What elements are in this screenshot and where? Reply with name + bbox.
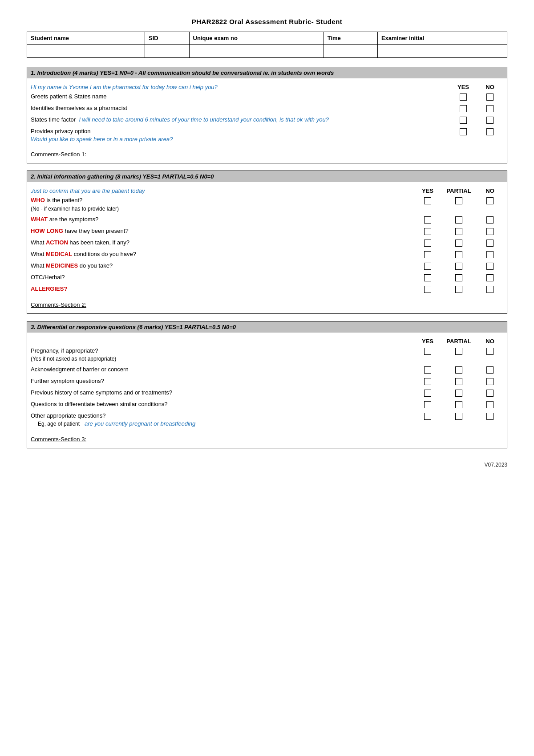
checkbox-s3-pregnancy-yes[interactable]: [424, 348, 431, 355]
section2-medical-no[interactable]: [477, 250, 503, 258]
checkbox-s1-privacy-yes[interactable]: [460, 128, 467, 135]
examiner-initial-value[interactable]: [377, 45, 507, 58]
checkbox-s3-further-yes[interactable]: [424, 378, 431, 385]
student-name-value[interactable]: [27, 45, 145, 58]
section2-what-partial[interactable]: [441, 215, 477, 224]
section2-medicines-partial[interactable]: [441, 262, 477, 270]
checkbox-s2-medical-partial[interactable]: [455, 251, 462, 258]
section3-differentiate-yes[interactable]: [414, 400, 441, 408]
checkbox-s2-howlong-yes[interactable]: [424, 228, 431, 235]
checkbox-s1-time-no[interactable]: [486, 117, 494, 124]
checkbox-s2-medicines-no[interactable]: [486, 263, 494, 270]
section3-differentiate-partial[interactable]: [441, 400, 477, 408]
section1-row-identifies-yes[interactable]: [450, 104, 477, 112]
section3-other-partial[interactable]: [441, 412, 477, 420]
checkbox-s2-medical-yes[interactable]: [424, 251, 431, 258]
section3-history-partial[interactable]: [441, 389, 477, 397]
time-value[interactable]: [324, 45, 377, 58]
checkbox-s3-history-no[interactable]: [486, 390, 494, 397]
checkbox-s2-medicines-yes[interactable]: [424, 263, 431, 270]
checkbox-s2-action-partial[interactable]: [455, 240, 462, 247]
section2-who-no[interactable]: [477, 196, 503, 204]
checkbox-s1-identifies-yes[interactable]: [460, 105, 467, 112]
section2-who-partial[interactable]: [441, 196, 477, 204]
section3-acknowledgment-no[interactable]: [477, 366, 503, 374]
checkbox-s2-action-yes[interactable]: [424, 240, 431, 247]
section2-what-no[interactable]: [477, 215, 503, 224]
section2-who-yes[interactable]: [414, 196, 441, 204]
section1-row-time-no[interactable]: [477, 116, 503, 124]
checkbox-s2-otc-partial[interactable]: [455, 274, 462, 281]
checkbox-s3-ack-no[interactable]: [486, 366, 494, 374]
checkbox-s2-what-yes[interactable]: [424, 216, 431, 224]
checkbox-s2-otc-yes[interactable]: [424, 274, 431, 281]
checkbox-s3-further-partial[interactable]: [455, 378, 462, 385]
section1-row-privacy-yes[interactable]: [450, 127, 477, 135]
section2-what-yes[interactable]: [414, 215, 441, 224]
checkbox-s2-medicines-partial[interactable]: [455, 263, 462, 270]
section1-row-time-yes[interactable]: [450, 116, 477, 124]
checkbox-s3-history-yes[interactable]: [424, 390, 431, 397]
checkbox-s2-howlong-no[interactable]: [486, 228, 494, 235]
checkbox-s2-what-partial[interactable]: [455, 216, 462, 224]
checkbox-s2-otc-no[interactable]: [486, 274, 494, 281]
section1-row-greets-no[interactable]: [477, 93, 503, 101]
unique-exam-value[interactable]: [189, 45, 324, 58]
section2-allergies-no[interactable]: [477, 285, 503, 293]
checkbox-s3-other-yes[interactable]: [424, 413, 431, 420]
section2-otc-partial[interactable]: [441, 273, 477, 281]
checkbox-s2-action-no[interactable]: [486, 240, 494, 247]
checkbox-s2-who-no[interactable]: [486, 197, 494, 204]
section3-pregnancy-no[interactable]: [477, 347, 503, 355]
checkbox-s3-history-partial[interactable]: [455, 390, 462, 397]
checkbox-s2-allergies-yes[interactable]: [424, 286, 431, 293]
section3-acknowledgment-partial[interactable]: [441, 366, 477, 374]
sid-value[interactable]: [145, 45, 189, 58]
section1-row-privacy-no[interactable]: [477, 127, 503, 135]
section1-row-greets-yes[interactable]: [450, 93, 477, 101]
section3-pregnancy-yes[interactable]: [414, 347, 441, 355]
section3-pregnancy-partial[interactable]: [441, 347, 477, 355]
checkbox-s1-greets-yes[interactable]: [460, 93, 467, 101]
checkbox-s1-identifies-no[interactable]: [486, 105, 494, 112]
section3-history-no[interactable]: [477, 389, 503, 397]
section2-allergies-partial[interactable]: [441, 285, 477, 293]
section3-other-no[interactable]: [477, 412, 503, 420]
section2-allergies-yes[interactable]: [414, 285, 441, 293]
checkbox-s2-howlong-partial[interactable]: [455, 228, 462, 235]
checkbox-s2-who-partial[interactable]: [455, 197, 462, 204]
section3-other-yes[interactable]: [414, 412, 441, 420]
section3-further-partial[interactable]: [441, 377, 477, 385]
section2-otc-yes[interactable]: [414, 273, 441, 281]
checkbox-s3-ack-yes[interactable]: [424, 366, 431, 374]
section3-further-yes[interactable]: [414, 377, 441, 385]
checkbox-s3-pregnancy-partial[interactable]: [455, 348, 462, 355]
checkbox-s3-ack-partial[interactable]: [455, 366, 462, 374]
checkbox-s2-allergies-no[interactable]: [486, 286, 494, 293]
checkbox-s3-diff-yes[interactable]: [424, 401, 431, 408]
section3-differentiate-no[interactable]: [477, 400, 503, 408]
checkbox-s2-who-yes[interactable]: [424, 197, 431, 204]
checkbox-s3-pregnancy-no[interactable]: [486, 348, 494, 355]
checkbox-s2-allergies-partial[interactable]: [455, 286, 462, 293]
section2-howlong-partial[interactable]: [441, 227, 477, 235]
checkbox-s1-privacy-no[interactable]: [486, 128, 494, 135]
section2-howlong-yes[interactable]: [414, 227, 441, 235]
section2-medicines-yes[interactable]: [414, 262, 441, 270]
checkbox-s2-medical-no[interactable]: [486, 251, 494, 258]
checkbox-s3-diff-no[interactable]: [486, 401, 494, 408]
section2-action-no[interactable]: [477, 239, 503, 247]
section3-acknowledgment-yes[interactable]: [414, 366, 441, 374]
checkbox-s2-what-no[interactable]: [486, 216, 494, 224]
section2-howlong-no[interactable]: [477, 227, 503, 235]
section2-otc-no[interactable]: [477, 273, 503, 281]
section2-medical-yes[interactable]: [414, 250, 441, 258]
checkbox-s1-greets-no[interactable]: [486, 93, 494, 101]
checkbox-s3-further-no[interactable]: [486, 378, 494, 385]
section2-medicines-no[interactable]: [477, 262, 503, 270]
checkbox-s3-diff-partial[interactable]: [455, 401, 462, 408]
checkbox-s3-other-no[interactable]: [486, 413, 494, 420]
section3-further-no[interactable]: [477, 377, 503, 385]
section2-medical-partial[interactable]: [441, 250, 477, 258]
section2-action-partial[interactable]: [441, 239, 477, 247]
